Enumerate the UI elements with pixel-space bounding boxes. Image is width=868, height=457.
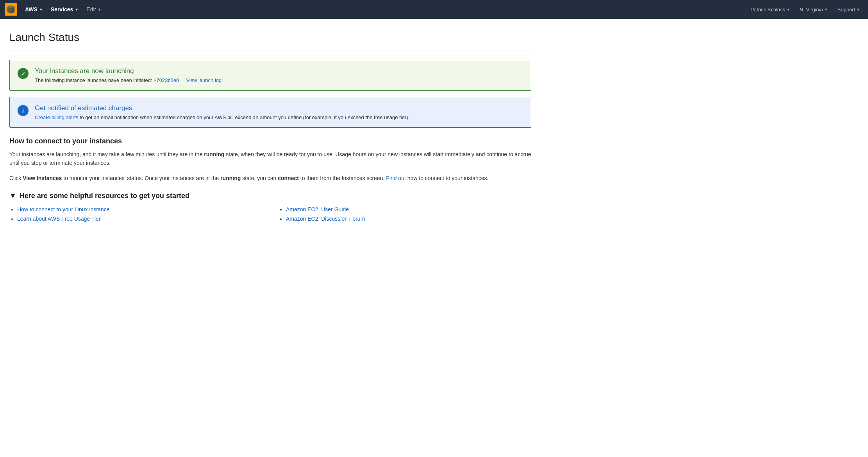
resources-list: How to connect to your Linux instance Am… <box>9 206 531 222</box>
find-out-link[interactable]: Find out <box>386 175 406 181</box>
view-instances-bold: View Instances <box>23 175 62 181</box>
resources-header-label: Here are some helpful resources to get y… <box>20 192 189 200</box>
navbar-left: AWS ▼ Services ▼ Edit ▼ <box>5 3 104 16</box>
success-alert-content: Your instances are now launching The fol… <box>35 67 221 83</box>
navbar-right: Patrick Schloss ▼ N. Virginia ▼ Support … <box>747 4 863 15</box>
info-alert-text: Create billing alerts to get an email no… <box>35 114 409 120</box>
resources-header[interactable]: ▼ Here are some helpful resources to get… <box>9 192 531 200</box>
edit-chevron-icon: ▼ <box>97 7 101 12</box>
info-alert-title: Get notified of estimated charges <box>35 104 409 112</box>
main-content: Launch Status ✓ Your instances are now l… <box>0 19 547 237</box>
list-item: How to connect to your Linux instance <box>17 206 263 212</box>
aws-nav-label: AWS <box>25 6 38 12</box>
info-icon-wrapper: i <box>18 105 29 116</box>
connect-bold: connect <box>278 175 299 181</box>
connect-para1: Your instances are launching, and it may… <box>9 150 531 168</box>
success-text-before: The following instance launches have bee… <box>35 77 152 83</box>
billing-text: to get an email notification when estima… <box>78 114 409 120</box>
resource-link-ec2-forum[interactable]: Amazon EC2: Discussion Forum <box>286 216 365 222</box>
user-menu-button[interactable]: Patrick Schloss ▼ <box>747 4 793 15</box>
info-alert-content: Get notified of estimated charges Create… <box>35 104 409 120</box>
aws-chevron-icon: ▼ <box>39 7 43 12</box>
para2-end: how to connect to your instances. <box>406 175 489 181</box>
list-item: Amazon EC2: Discussion Forum <box>286 216 531 222</box>
support-menu-button[interactable]: Support ▼ <box>834 4 863 15</box>
running-bold-2: running <box>220 175 241 181</box>
services-nav-label: Services <box>51 6 73 12</box>
support-chevron-icon: ▼ <box>856 7 860 12</box>
aws-nav-button[interactable]: AWS ▼ <box>22 4 46 15</box>
services-nav-button[interactable]: Services ▼ <box>48 4 82 15</box>
success-alert-box: ✓ Your instances are now launching The f… <box>9 60 531 91</box>
instance-id-link[interactable]: i-7023b5e0 <box>154 77 179 83</box>
resources-collapse-icon: ▼ <box>9 192 16 200</box>
services-chevron-icon: ▼ <box>75 7 79 12</box>
list-item: Amazon EC2: User Guide <box>286 206 531 212</box>
user-label: Patrick Schloss <box>750 7 785 12</box>
resource-link-free-tier[interactable]: Learn about AWS Free Usage Tier <box>17 216 100 222</box>
user-chevron-icon: ▼ <box>786 7 790 12</box>
support-label: Support <box>838 7 855 12</box>
region-menu-button[interactable]: N. Virginia ▼ <box>797 4 831 15</box>
connect-para2: Click View Instances to monitor your ins… <box>9 174 531 182</box>
edit-nav-button[interactable]: Edit ▼ <box>83 4 104 15</box>
success-icon: ✓ <box>18 68 29 79</box>
page-title: Launch Status <box>9 31 531 44</box>
top-navbar: AWS ▼ Services ▼ Edit ▼ Patrick Schloss … <box>0 0 868 19</box>
edit-nav-label: Edit <box>86 6 96 12</box>
view-launch-log-link[interactable]: View launch log <box>186 77 221 83</box>
region-label: N. Virginia <box>800 7 823 12</box>
connect-section-title: How to connect to your instances <box>9 137 531 145</box>
title-divider <box>9 50 531 50</box>
info-circle-icon: i <box>18 105 29 116</box>
aws-logo-icon <box>5 3 17 16</box>
list-item: Learn about AWS Free Usage Tier <box>17 216 263 222</box>
create-billing-alerts-link[interactable]: Create billing alerts <box>35 114 78 120</box>
region-chevron-icon: ▼ <box>824 7 828 12</box>
resource-link-ec2-guide[interactable]: Amazon EC2: User Guide <box>286 206 349 212</box>
success-check-icon: ✓ <box>18 68 29 79</box>
info-alert-box: i Get notified of estimated charges Crea… <box>9 97 531 128</box>
success-alert-text: The following instance launches have bee… <box>35 77 221 83</box>
success-alert-title: Your instances are now launching <box>35 67 221 75</box>
running-bold-1: running <box>204 151 224 157</box>
resource-link-linux[interactable]: How to connect to your Linux instance <box>17 206 110 212</box>
